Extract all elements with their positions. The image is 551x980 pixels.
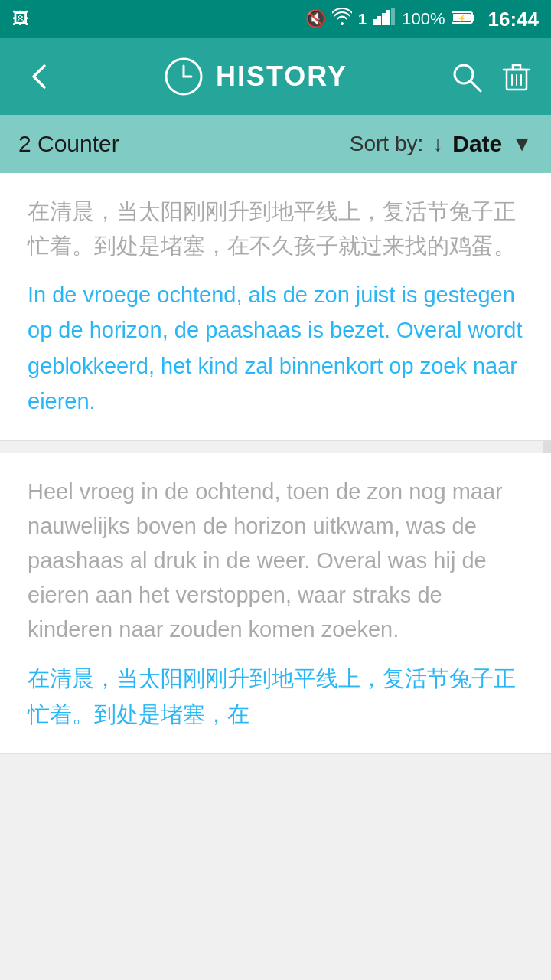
sort-dropdown-icon[interactable]: ▼ (511, 132, 533, 156)
svg-rect-6 (472, 15, 474, 21)
card-divider (0, 447, 551, 453)
photo-icon: 🖼 (12, 9, 29, 29)
sort-arrow-icon: ↓ (432, 132, 443, 156)
translated-text-1: In de vroege ochtend, als de zon juist i… (28, 277, 528, 420)
svg-rect-3 (386, 10, 390, 25)
search-button[interactable] (450, 60, 482, 93)
status-bar: 🖼 🔇 1 100% (0, 0, 551, 38)
sort-by-label: Sort by: (350, 132, 423, 156)
trash-button[interactable] (500, 60, 533, 93)
translation-card: 在清晨，当太阳刚刚升到地平线上，复活节兔子正忙着。到处是堵塞，在不久孩子就过来找… (0, 173, 551, 441)
battery-percent: 100% (402, 9, 445, 29)
svg-rect-1 (377, 16, 381, 25)
sort-bar: 2 Counter Sort by: ↓ Date ▼ (0, 115, 551, 173)
sim-icon: 1 (358, 11, 367, 28)
battery-icon: ⚡ (452, 9, 474, 29)
translated-text-2: 在清晨，当太阳刚刚升到地平线上，复活节兔子正忙着。到处是堵塞，在 (28, 661, 528, 732)
sort-controls[interactable]: Sort by: ↓ Date ▼ (350, 131, 533, 157)
wifi-icon (332, 8, 352, 30)
mute-icon: 🔇 (305, 9, 326, 29)
status-time: 16:44 (488, 8, 540, 31)
svg-rect-2 (382, 13, 386, 25)
svg-text:⚡: ⚡ (457, 14, 466, 23)
back-button[interactable] (18, 63, 61, 90)
search-icon (450, 60, 482, 93)
nav-title: HISTORY (216, 60, 347, 93)
content-area: 在清晨，当太阳刚刚升到地平线上，复活节兔子正忙着。到处是堵塞，在不久孩子就过来找… (0, 173, 551, 754)
nav-actions (450, 60, 533, 93)
translation-card-2: Heel vroeg in de ochtend, toen de zon no… (0, 453, 551, 753)
sort-value: Date (452, 131, 502, 157)
source-text-2: Heel vroeg in de ochtend, toen de zon no… (28, 475, 528, 647)
nav-title-group: HISTORY (77, 57, 435, 96)
clock-icon (164, 57, 204, 96)
trash-icon (500, 60, 533, 93)
svg-line-13 (471, 81, 481, 91)
signal-icon (373, 8, 396, 30)
counter-label: 2 Counter (18, 131, 119, 157)
svg-rect-4 (391, 8, 395, 25)
svg-rect-0 (373, 19, 377, 25)
nav-bar: HISTORY (0, 38, 551, 115)
source-text-1: 在清晨，当太阳刚刚升到地平线上，复活节兔子正忙着。到处是堵塞，在不久孩子就过来找… (28, 194, 528, 263)
